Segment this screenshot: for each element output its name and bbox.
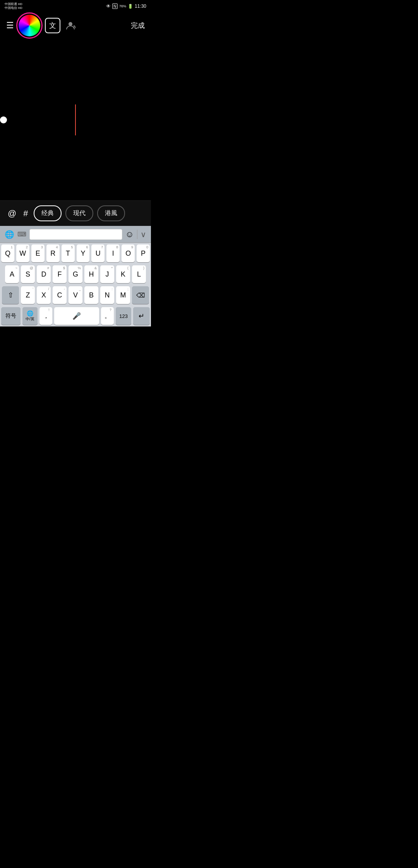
style-classic-button[interactable]: 经典 xyxy=(34,205,62,221)
key-e[interactable]: 3E xyxy=(31,244,45,262)
keyboard-rows: 1Q 2W 3E 4R 5T 6Y 7U 8I 9O 0P ~A @S #D $… xyxy=(0,243,151,326)
shift-key[interactable]: ⇧ xyxy=(2,286,19,304)
keyboard-section: 🌐 ⌨ ☺ ∨ 1Q 2W 3E 4R 5T 6Y 7U 8I 9O 0P xyxy=(0,226,151,326)
style-hk-button[interactable]: 港風 xyxy=(97,205,125,221)
key-w[interactable]: 2W xyxy=(16,244,29,262)
space-key[interactable]: 🎤 xyxy=(54,307,99,325)
return-key[interactable]: ↵ xyxy=(133,307,150,325)
key-x[interactable]: /X xyxy=(37,286,51,304)
status-left: 中国联通 HD 中国电信 HD xyxy=(5,2,22,10)
key-j[interactable]: *J xyxy=(100,265,114,283)
style-modern-button[interactable]: 现代 xyxy=(65,205,93,221)
status-right: 👁 N 76% 🔋 11:30 xyxy=(106,3,146,9)
key-o[interactable]: 9O xyxy=(122,244,135,262)
key-p[interactable]: 0P xyxy=(137,244,150,262)
carrier2-text: 中国电信 HD xyxy=(5,6,22,10)
key-k[interactable]: (K xyxy=(116,265,130,283)
left-handle[interactable] xyxy=(0,116,7,123)
voice-head-svg xyxy=(65,20,76,31)
key-v[interactable]: _V xyxy=(69,286,82,304)
symbol-key[interactable]: 符号 xyxy=(1,307,21,325)
keyboard-toolbar: 🌐 ⌨ ☺ ∨ xyxy=(0,226,151,243)
hash-button[interactable]: # xyxy=(22,207,29,220)
keyboard-emoji-icon[interactable]: ☺ xyxy=(125,229,134,239)
key-y[interactable]: 6Y xyxy=(77,244,90,262)
key-z[interactable]: 'Z xyxy=(21,286,35,304)
battery-text: 76% xyxy=(119,4,126,8)
toolbar: ☰ 文 完成 xyxy=(0,12,151,39)
key-c[interactable]: -C xyxy=(53,286,67,304)
text-cursor xyxy=(75,104,76,135)
lang-key[interactable]: 🌐 中/英 xyxy=(22,307,38,325)
svg-point-0 xyxy=(69,22,72,26)
key-g[interactable]: %G xyxy=(69,265,82,283)
color-wheel-ring xyxy=(16,12,43,39)
key-f[interactable]: $F xyxy=(53,265,67,283)
key-l[interactable]: )L xyxy=(132,265,146,283)
keyboard-input-icon: ⌨ xyxy=(17,231,26,238)
key-i[interactable]: 8I xyxy=(106,244,120,262)
key-a[interactable]: ~A xyxy=(5,265,19,283)
eye-icon: 👁 xyxy=(106,3,111,9)
keyboard-lang-icon[interactable]: 🌐 xyxy=(5,230,14,239)
key-row-3: ⇧ 'Z /X -C _V B :N ;M ⌫ xyxy=(1,286,150,304)
backspace-key[interactable]: ⌫ xyxy=(132,286,149,304)
key-row-2: ~A @S #D $F %G &H *J (K )L xyxy=(1,265,150,283)
status-bar: 中国联通 HD 中国电信 HD 👁 N 76% 🔋 11:30 xyxy=(0,0,151,12)
time-text: 11:30 xyxy=(135,3,146,9)
font-style-bar: @ # 经典 现代 港風 xyxy=(0,200,151,226)
text-translate-icon[interactable]: 文 xyxy=(45,18,60,33)
key-s[interactable]: @S xyxy=(21,265,35,283)
text-icon-label: 文 xyxy=(49,21,56,30)
keyboard-input-field[interactable] xyxy=(29,229,122,240)
menu-icon[interactable]: ☰ xyxy=(6,21,14,31)
key-d[interactable]: #D xyxy=(37,265,51,283)
battery-icon: 🔋 xyxy=(128,4,133,9)
voice-icon[interactable] xyxy=(65,20,76,31)
app-container: 中国联通 HD 中国电信 HD 👁 N 76% 🔋 11:30 ☰ 文 xyxy=(0,0,151,326)
key-n[interactable]: :N xyxy=(100,286,114,304)
toolbar-left: ☰ 文 xyxy=(6,15,76,36)
at-button[interactable]: @ xyxy=(6,207,18,220)
done-button[interactable]: 完成 xyxy=(131,21,145,30)
nfc-icon: N xyxy=(112,3,118,9)
key-t[interactable]: 5T xyxy=(62,244,75,262)
key-b[interactable]: B xyxy=(84,286,98,304)
key-u[interactable]: 7U xyxy=(91,244,104,262)
kb-divider xyxy=(137,230,137,239)
period-key[interactable]: ？。 xyxy=(101,307,114,325)
key-m[interactable]: ;M xyxy=(116,286,130,304)
key-r[interactable]: 4R xyxy=(46,244,60,262)
key-h[interactable]: &H xyxy=(84,265,98,283)
canvas-area[interactable] xyxy=(0,39,151,200)
key-row-4: 符号 🌐 中/英 ！， 🎤 ？。 123 ↵ xyxy=(1,307,150,325)
key-row-1: 1Q 2W 3E 4R 5T 6Y 7U 8I 9O 0P xyxy=(1,244,150,262)
num-key[interactable]: 123 xyxy=(116,307,131,325)
carrier1-text: 中国联通 HD xyxy=(5,2,22,6)
key-q[interactable]: 1Q xyxy=(1,244,14,262)
color-wheel-wrapper[interactable] xyxy=(19,15,40,36)
keyboard-collapse-icon[interactable]: ∨ xyxy=(140,230,146,239)
comma-key[interactable]: ！， xyxy=(39,307,52,325)
